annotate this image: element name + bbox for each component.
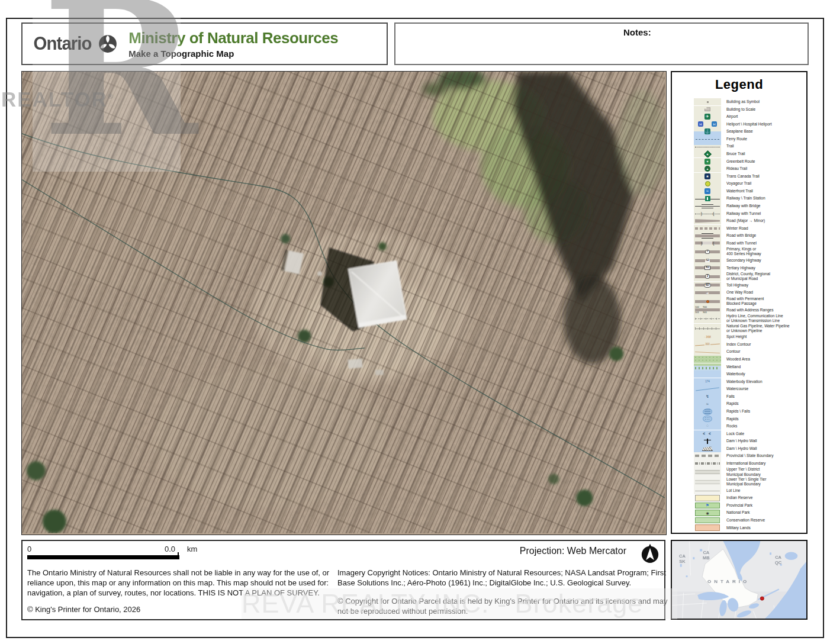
building-scale-icon	[694, 106, 721, 113]
seaplane-base-icon	[694, 128, 721, 135]
upper-tier-boundary-icon	[694, 467, 721, 476]
railway-station-icon	[694, 195, 721, 202]
legend-item-label: Voyageur Trail	[721, 181, 751, 186]
legend-row: 407Toll Highway	[694, 282, 805, 289]
legend-row: 7Primary, Kings or 400 Series Highway	[694, 247, 805, 256]
legend-row: Road with Tunnel	[694, 240, 805, 247]
legend-item-label: One Way Road	[721, 290, 753, 295]
legend-item-label: Road with Permanent Blocked Passage	[721, 297, 764, 306]
legend-row: Rideau Trail	[694, 165, 805, 172]
scale-end-label: 0.0	[165, 545, 175, 553]
inset-label-ontario: ONTARIO	[707, 579, 749, 584]
legend-row: Natural Gas Pipeline, Water Pipeline or …	[694, 324, 805, 333]
legend-row: Railway with Tunnel	[694, 210, 805, 217]
aerial-map-image	[21, 71, 667, 535]
primary-highway-icon: 7	[694, 247, 721, 256]
one-way-road-icon	[694, 289, 721, 296]
aerial-map-svg	[22, 72, 665, 533]
rapids-falls-icon	[694, 408, 721, 415]
wetland-icon	[694, 363, 721, 371]
legend-row: Dam \ Hydro Wall	[694, 445, 805, 452]
legend-row: Dam \ Hydro Wall	[694, 437, 805, 445]
legend-item-label: Winter Road	[721, 226, 748, 231]
legend-row: Wetland	[694, 363, 805, 371]
legend-row: Contour	[694, 348, 805, 355]
falls-icon	[694, 393, 721, 400]
legend-item-label: Building to Scale	[721, 107, 755, 112]
legend-row: 52Secondary Highway	[694, 257, 805, 264]
legend-row: International Boundary	[694, 460, 805, 467]
legend-row: Provincial \ State Boundary	[694, 452, 805, 459]
legend-item-label: Falls	[721, 394, 735, 399]
provincial-boundary-icon	[694, 452, 721, 459]
legend-row: Voyageur Trail	[694, 180, 805, 187]
legend-row: 100 900101 901Road with Address Ranges	[694, 306, 805, 313]
legend-item-label: Rapids	[721, 417, 739, 421]
legend-item-label: Dam \ Hydro Wall	[721, 446, 757, 451]
legend-item-label: Contour	[721, 349, 740, 354]
legend-row: Road with Permanent Blocked Passage	[694, 297, 805, 306]
legend-row: Airport	[694, 113, 805, 120]
scale-start-label: 0	[27, 545, 31, 553]
blocked-passage-icon	[694, 297, 721, 306]
railway-tunnel-icon	[694, 210, 721, 217]
legend-item-label: Trail	[721, 144, 734, 149]
legend-row: Bruce Trail	[694, 150, 805, 157]
legend-item-label: Lock Gate	[721, 432, 744, 436]
legend-item-label: Indian Reserve	[721, 495, 752, 500]
military-lands-icon	[694, 524, 721, 531]
legend-item-label: Road with Bridge	[721, 233, 756, 238]
imagery-copyright-notices: Imagery Copyright Notices: Ontario Minis…	[337, 568, 669, 588]
legend-row: Building to Scale	[694, 106, 805, 113]
legend-row: Wooded Area	[694, 356, 805, 363]
legend-row: Road with Bridge	[694, 232, 805, 239]
legend-item-label: Dam \ Hydro Wall	[721, 439, 757, 443]
road-tunnel-icon	[694, 240, 721, 247]
legend-item-label: Road with Address Ranges	[721, 308, 774, 313]
legend-item-label: Trans Canada Trail	[721, 174, 760, 179]
legend-item-label: Rocks	[721, 424, 737, 429]
legend-row: Conservation Reserve	[694, 517, 805, 524]
secondary-highway-icon: 52	[694, 257, 721, 264]
legend-item-label: Waterbody Elevation	[721, 379, 763, 384]
rideau-trail-icon	[694, 165, 721, 172]
road-major-minor-icon	[694, 217, 721, 224]
pipeline-icon	[694, 324, 721, 333]
legend-item-label: Rapids	[721, 401, 739, 406]
legend-item-label: Tertiary Highway	[721, 266, 755, 271]
legend-row: Railway \ Train Station	[694, 195, 805, 202]
waterbody-elevation-icon: 174	[694, 378, 721, 385]
legend-item-label: Index Contour	[721, 342, 751, 347]
legend-item-label: Road with Tunnel	[721, 241, 757, 246]
legend-item-label: Rideau Trail	[721, 166, 747, 171]
legend-item-label: Ferry Route	[721, 137, 747, 141]
legend-item-label: Watercourse	[721, 387, 748, 391]
legend-row: Waterfront Trail	[694, 188, 805, 195]
notes-box: Notes:	[394, 22, 809, 65]
legend-row: Road (Major → Minor)	[694, 217, 805, 224]
rapids-area-icon	[694, 415, 721, 422]
legend-item-label: District, County, Regional or Municipal …	[721, 272, 770, 281]
legend-row: Rapids \ Falls	[694, 408, 805, 415]
legend-row: Military Lands	[694, 524, 805, 531]
legend-item-label: Primary, Kings or 400 Series Highway	[721, 247, 761, 256]
heliport-icon	[694, 121, 721, 128]
conservation-reserve-icon	[694, 517, 721, 524]
municipal-road-icon: 2	[694, 272, 721, 281]
voyageur-trail-icon	[694, 180, 721, 187]
legend-row: Ferry Route	[694, 136, 805, 143]
legend-item-label: Greenbelt Route	[721, 159, 755, 164]
ontario-logo: Ontario	[32, 33, 118, 54]
legend-row: Upper Tier \ District Municipal Boundary	[694, 467, 805, 476]
legend-row: Building as Symbol	[694, 98, 805, 105]
legend-item-label: Wetland	[721, 365, 741, 369]
lock-gate-icon	[694, 430, 721, 437]
legend-row: Provincial Park	[694, 502, 805, 509]
legend-row: Rapids	[694, 415, 805, 422]
inset-label-ca-mb: CA MB	[703, 550, 710, 561]
lower-tier-boundary-icon	[694, 477, 721, 487]
international-boundary-icon	[694, 460, 721, 467]
legend-row: 2District, County, Regional or Municipal…	[694, 272, 805, 281]
legend-item-label: International Boundary	[721, 461, 765, 466]
disclaimer-text: The Ontario Ministry of Natural Resource…	[27, 568, 347, 598]
